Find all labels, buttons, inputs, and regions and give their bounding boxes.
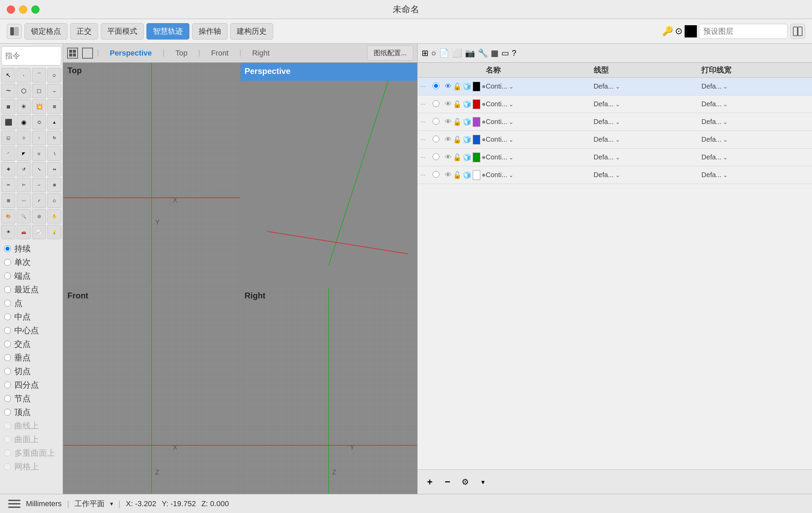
check-tool[interactable]: ✓ — [32, 193, 46, 208]
curve-tool[interactable]: ⌒ — [32, 68, 46, 82]
snap-item-nearest[interactable]: 最近点 — [4, 283, 59, 296]
array-tool[interactable]: ⋯ — [17, 193, 31, 208]
layer-row[interactable]: ··· 👁 🔓 🧊 ● Conti... ⌄ Defa... ⌄ Defa...… — [418, 95, 812, 113]
tab-top[interactable]: Top — [169, 47, 194, 60]
viewport-front[interactable]: Front — [63, 288, 240, 513]
layer-row-radio[interactable] — [433, 135, 445, 144]
snap-radio-perpendicular[interactable] — [4, 354, 11, 361]
snap-item-center[interactable]: 中心点 — [4, 324, 59, 337]
snap-item-tangent[interactable]: 切点 — [4, 364, 59, 378]
tab-front[interactable]: Front — [204, 47, 235, 60]
cage-tool[interactable]: ⊞ — [47, 99, 61, 114]
graph-tool[interactable]: 📈 — [32, 225, 46, 239]
snap-radio-on_surface[interactable] — [4, 436, 11, 443]
snap-radio-center[interactable] — [4, 327, 11, 334]
snap-radio-knot[interactable] — [4, 395, 11, 402]
layer-color-swatch[interactable] — [473, 153, 480, 162]
pan-tool[interactable]: ✋ — [47, 209, 61, 223]
operation-axis-button[interactable]: 操作轴 — [192, 23, 228, 40]
layer-mat-icon[interactable]: 🧊 — [463, 82, 471, 91]
layer-eye-icon[interactable]: 👁 — [445, 136, 452, 143]
layer-mat-icon[interactable]: 🧊 — [463, 100, 471, 108]
layer-row[interactable]: ··· 👁 🔓 🧊 ● Conti... ⌄ Defa... ⌄ Defa...… — [418, 166, 812, 184]
view-tool[interactable]: 👁 — [1, 225, 15, 239]
light-tool[interactable]: 💡 — [47, 225, 61, 239]
layer-row-radio[interactable] — [433, 117, 445, 127]
rect-tool[interactable]: □ — [32, 84, 46, 98]
layer-mat-icon[interactable]: 🧊 — [463, 171, 471, 179]
hatch-tool[interactable]: ▦ — [1, 99, 15, 114]
snap-radio-on_curve[interactable] — [4, 422, 11, 429]
layer-lock-icon[interactable]: 🔓 — [453, 118, 462, 126]
layer-color-swatch[interactable] — [473, 82, 480, 91]
split-tool[interactable]: ⊢ — [17, 178, 31, 192]
snap-item-point[interactable]: 点 — [4, 296, 59, 310]
join-tool[interactable]: ⊕ — [47, 178, 61, 192]
layer-mat-icon[interactable]: 🧊 — [463, 118, 471, 126]
explode-tool[interactable]: 💥 — [32, 99, 46, 114]
cylinder-tool[interactable]: ⌬ — [32, 115, 46, 129]
snap-radio-point[interactable] — [4, 300, 11, 307]
lock-grid-button[interactable]: 锁定格点 — [25, 23, 67, 40]
layer-row[interactable]: ··· 👁 🔓 🧊 ● Conti... ⌄ Defa... ⌄ Defa...… — [418, 78, 812, 95]
layer-mat-icon[interactable]: 🧊 — [463, 136, 471, 144]
layer-row-radio[interactable] — [433, 82, 445, 91]
chamfer-tool[interactable]: ◤ — [17, 146, 31, 161]
layer-color-swatch[interactable] — [473, 135, 480, 144]
status-plane[interactable]: 工作平面 — [75, 499, 105, 509]
arch-history-button[interactable]: 建构历史 — [230, 23, 273, 40]
freeform-tool[interactable]: 〜 — [1, 84, 15, 98]
tab-right[interactable]: Right — [245, 47, 276, 60]
polygon-tool[interactable]: ⬡ — [17, 84, 31, 98]
layer-color-swatch[interactable] — [473, 170, 480, 180]
viewport-layout-grid-icon[interactable] — [67, 48, 78, 59]
viewport-toggle-button[interactable] — [790, 24, 805, 39]
snap-item-intersection[interactable]: 交点 — [4, 337, 59, 351]
layer-color-swatch[interactable] — [473, 99, 480, 109]
layer-eye-icon[interactable]: 👁 — [445, 153, 452, 161]
snap-radio-on_mesh[interactable] — [4, 463, 11, 470]
layout-config-button[interactable]: 图纸配置... — [367, 45, 413, 61]
snap-radio-midpoint[interactable] — [4, 313, 11, 320]
fillet-tool[interactable]: ◜ — [1, 146, 15, 161]
layer-eye-icon[interactable]: 👁 — [445, 118, 452, 126]
single-viewport-icon[interactable] — [82, 48, 93, 59]
move-tool[interactable]: ✥ — [1, 162, 15, 176]
snap-item-on_polysurface[interactable]: 多重曲面上 — [4, 446, 59, 460]
boolean-diff-tool[interactable]: ∖ — [47, 146, 61, 161]
viewport-right[interactable]: Right — [240, 288, 417, 513]
close-button[interactable] — [7, 5, 15, 14]
snap-item-on_surface[interactable]: 曲面上 — [4, 433, 59, 446]
minimize-button[interactable] — [19, 5, 27, 14]
layer-row[interactable]: ··· 👁 🔓 🧊 ● Conti... ⌄ Defa... ⌄ Defa...… — [418, 113, 812, 131]
snap-radio-on_polysurface[interactable] — [4, 450, 11, 456]
boolean-union-tool[interactable]: ∪ — [32, 146, 46, 161]
snap-item-once[interactable]: 单次 — [4, 255, 59, 269]
remove-layer-button[interactable]: − — [441, 475, 454, 489]
point-tool[interactable]: · — [17, 68, 31, 82]
circle-tool[interactable]: ○ — [47, 68, 61, 82]
snap-item-quadrant[interactable]: 四分点 — [4, 378, 59, 392]
snap-item-perpendicular[interactable]: 垂点 — [4, 351, 59, 364]
sphere-tool[interactable]: ◉ — [17, 115, 31, 129]
mirror-tool[interactable]: ⇔ — [47, 162, 61, 176]
analysis-tool[interactable]: ◇ — [47, 193, 61, 208]
snap-radio-vertex[interactable] — [4, 409, 11, 416]
maximize-button[interactable] — [31, 5, 40, 14]
layer-row[interactable]: ··· 👁 🔓 🧊 ● Conti... ⌄ Defa... ⌄ Defa...… — [418, 149, 812, 166]
layer-mat-icon[interactable]: 🧊 — [463, 153, 471, 161]
rotate-tool[interactable]: ↺ — [17, 162, 31, 176]
snap-radio-tangent[interactable] — [4, 368, 11, 375]
flow-tool[interactable]: ✳ — [17, 99, 31, 114]
smart-track-button[interactable]: 智慧轨迹 — [146, 23, 189, 40]
snap-item-endpoint[interactable]: 端点 — [4, 269, 59, 283]
layer-color-swatch[interactable] — [473, 117, 480, 127]
car-tool[interactable]: 🚗 — [17, 225, 31, 239]
tab-perspective[interactable]: Perspective — [103, 47, 159, 60]
layer-eye-icon[interactable]: 👁 — [445, 171, 452, 179]
layer-lock-icon[interactable]: 🔓 — [453, 100, 462, 108]
add-layer-button[interactable]: + — [423, 475, 437, 489]
layer-row-radio[interactable] — [433, 153, 445, 162]
network-tool[interactable]: ⊹ — [17, 131, 31, 145]
hamburger-button[interactable] — [8, 498, 20, 510]
